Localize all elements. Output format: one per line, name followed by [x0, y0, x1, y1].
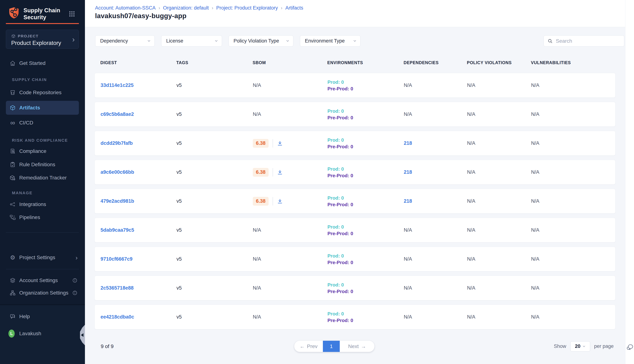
shield-logo-icon	[8, 7, 20, 19]
sidebar-item-integrations[interactable]: Integrations	[0, 199, 85, 210]
org-chart-gear-icon	[10, 290, 16, 296]
info-icon[interactable]	[72, 290, 78, 296]
page-size-select[interactable]: 20	[570, 341, 590, 352]
table-row[interactable]: ee4218cdba0c v5 N/A N/A Prod: 0 Pre-Prod…	[95, 304, 615, 329]
help-chat-icon: ?	[10, 314, 16, 320]
search-input[interactable]	[556, 38, 618, 44]
table-row[interactable]: 2c5365718e88 v5 N/A N/A Prod: 0 Pre-Prod…	[95, 276, 615, 300]
page-size-control: Show 20 per page	[554, 341, 614, 352]
table-row[interactable]: 479e2acd981b v5 6.38 6.38 Prod: 0 Pre-Pr…	[95, 189, 615, 214]
vulnerabilities-value: N/A	[531, 285, 539, 291]
col-sbom: SBOM	[253, 60, 327, 65]
vulnerabilities-value: N/A	[531, 227, 539, 233]
dependencies-value[interactable]: N/A	[404, 314, 412, 320]
sidebar-item-project-settings[interactable]: ⚙ Project Settings ›	[0, 252, 85, 263]
environments-cell: Prod: 0 Pre-Prod: 0	[328, 108, 404, 121]
code-repo-icon	[10, 90, 16, 96]
policy-violations-value: N/A	[467, 140, 475, 146]
svg-text:?: ?	[12, 315, 13, 317]
collapse-arrow-icon	[81, 333, 84, 337]
dependencies-value[interactable]: N/A	[404, 285, 412, 291]
info-icon[interactable]	[72, 278, 78, 283]
dependencies-value[interactable]: N/A	[404, 82, 412, 88]
document-search-icon	[10, 148, 16, 154]
prod-count: Prod: 0	[328, 195, 404, 201]
project-selector[interactable]: PROJECT Product Exploratory ›	[6, 30, 79, 49]
download-sbom-icon[interactable]	[277, 198, 283, 204]
tag-value: v5	[176, 82, 182, 88]
vulnerabilities-value: N/A	[531, 198, 539, 204]
download-sbom-icon[interactable]	[277, 169, 283, 175]
sidebar-item-code-repositories[interactable]: Code Repositories	[0, 88, 85, 98]
sidebar-item-artifacts[interactable]: Artifacts	[0, 103, 85, 113]
col-vulnerabilities: VULNERABILITIES	[531, 60, 615, 65]
digest-link[interactable]: 5dab9caa79c5	[101, 227, 134, 233]
dependency-filter-dropdown[interactable]: Dependency	[95, 35, 155, 46]
breadcrumb: Account: Automation-SSCA › Organization:…	[95, 5, 303, 11]
sbom-na-value: N/A	[253, 82, 261, 88]
dependencies-value[interactable]: N/A	[404, 112, 412, 117]
gear-icon: ⚙	[10, 254, 16, 261]
sbom-cell: N/A N/A	[253, 112, 328, 117]
table-row[interactable]: c69c5b6a8ae2 v5 N/A N/A Prod: 0 Pre-Prod…	[95, 102, 615, 127]
table-row[interactable]: 9710cf6667c9 v5 N/A N/A Prod: 0 Pre-Prod…	[95, 247, 615, 272]
environment-type-filter-dropdown[interactable]: Environment Type	[300, 35, 361, 46]
digest-link[interactable]: 33d114e1c225	[101, 82, 134, 88]
breadcrumb-artifacts[interactable]: Artifacts	[285, 5, 303, 11]
prod-count: Prod: 0	[328, 108, 404, 114]
table-row[interactable]: dcdd29b7fafb v5 6.38 6.38 Prod: 0 Pre-Pr…	[95, 131, 615, 156]
sidebar-item-rule-definitions[interactable]: Rule Definitions	[0, 160, 85, 170]
table-row[interactable]: 5dab9caa79c5 v5 N/A N/A Prod: 0 Pre-Prod…	[95, 218, 615, 242]
chevron-down-icon	[215, 40, 218, 42]
sidebar-item-remediation-tracker[interactable]: Remediation Tracker	[0, 173, 85, 183]
vulnerabilities-value: N/A	[531, 314, 539, 320]
sidebar-item-pipelines[interactable]: Pipelines	[0, 212, 85, 222]
sbom-na-value: N/A	[253, 112, 261, 117]
digest-link[interactable]: a9c6e00c66bb	[101, 169, 134, 175]
prod-count: Prod: 0	[328, 137, 404, 143]
sidebar-item-cicd[interactable]: ∞ CI/CD	[0, 118, 85, 128]
digest-link[interactable]: 9710cf6667c9	[101, 256, 132, 262]
breadcrumb-project[interactable]: Project: Product Exploratory	[216, 5, 278, 11]
vulnerabilities-value: N/A	[531, 82, 539, 88]
sidebar-item-organization-settings[interactable]: Organization Settings	[0, 288, 85, 298]
chevron-down-icon	[148, 40, 150, 42]
prod-count: Prod: 0	[328, 166, 404, 172]
sidebar-item-help[interactable]: ? Help	[0, 312, 85, 322]
dependencies-value[interactable]: 218	[404, 140, 412, 146]
vulnerabilities-value: N/A	[531, 140, 539, 146]
digest-link[interactable]: ee4218cdba0c	[101, 314, 134, 320]
next-page-button[interactable]: Next →	[340, 341, 374, 352]
preprod-count: Pre-Prod: 0	[328, 172, 404, 179]
license-filter-dropdown[interactable]: License	[161, 35, 222, 46]
table-row[interactable]: 33d114e1c225 v5 N/A N/A Prod: 0 Pre-Prod…	[95, 73, 615, 98]
apps-grid-icon[interactable]	[69, 11, 75, 17]
sbom-cell: 6.38 6.38	[253, 197, 328, 206]
dependencies-value[interactable]: 218	[404, 169, 412, 175]
digest-link[interactable]: 2c5365718e88	[101, 285, 134, 291]
dependencies-value[interactable]: 218	[404, 198, 412, 204]
digest-link[interactable]: 479e2acd981b	[101, 198, 134, 204]
digest-link[interactable]: dcdd29b7fafb	[101, 140, 133, 146]
tag-value: v5	[176, 314, 182, 320]
chat-support-icon[interactable]	[625, 343, 634, 352]
app-title: Supply Chain Security	[24, 7, 60, 21]
page-1-button[interactable]: 1	[323, 341, 340, 352]
environments-cell: Prod: 0 Pre-Prod: 0	[328, 79, 404, 92]
breadcrumb-organization[interactable]: Organization: default	[163, 5, 209, 11]
prod-count: Prod: 0	[328, 79, 404, 86]
sidebar-item-get-started[interactable]: Get Started	[0, 58, 85, 68]
sidebar-item-account-settings[interactable]: Account Settings	[0, 275, 85, 286]
digest-link[interactable]: c69c5b6a8ae2	[101, 112, 134, 117]
artifacts-cube-icon	[10, 105, 16, 111]
dependencies-value[interactable]: N/A	[404, 227, 412, 233]
policy-violation-type-filter-dropdown[interactable]: Policy Violation Type	[229, 35, 293, 46]
dependencies-value[interactable]: N/A	[404, 256, 412, 262]
user-menu[interactable]: L Lavakush	[0, 328, 85, 339]
download-sbom-icon[interactable]	[277, 140, 283, 146]
chevron-down-icon	[286, 40, 289, 42]
sidebar-item-compliance[interactable]: Compliance	[0, 146, 85, 156]
prev-page-button[interactable]: ← Prev	[294, 341, 323, 352]
breadcrumb-account[interactable]: Account: Automation-SSCA	[95, 5, 156, 11]
table-row[interactable]: a9c6e00c66bb v5 6.38 6.38 Prod: 0 Pre-Pr…	[95, 160, 615, 184]
